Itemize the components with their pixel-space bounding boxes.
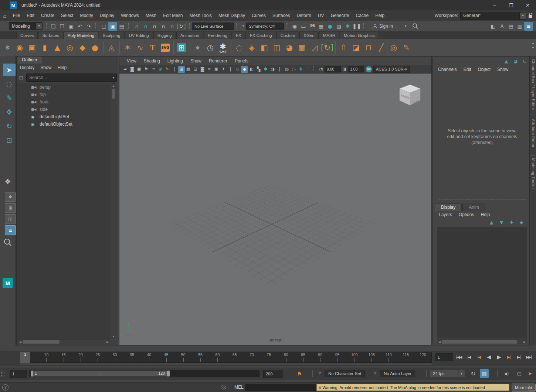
layout-single-pane-button[interactable]: ❖	[5, 192, 16, 202]
time-tick[interactable]: 70	[243, 352, 260, 362]
resize-grip-icon[interactable]	[221, 385, 226, 389]
step-back-key-button[interactable]: |◀	[474, 352, 484, 362]
scroll-right-icon[interactable]: ▶	[105, 340, 110, 344]
time-tick[interactable]: 15	[55, 352, 72, 362]
shelf-tab[interactable]: Curves	[16, 32, 38, 39]
use-default-material-icon[interactable]: ▚	[255, 66, 262, 73]
layout-two-pane-button[interactable]: ◫	[5, 214, 16, 224]
view-transform-label[interactable]: ACES 1.0 SDR-v	[373, 66, 410, 73]
shelf-scroll-arrows[interactable]: ▲▼	[532, 41, 535, 50]
minimize-button[interactable]: –	[486, 0, 503, 10]
viewport-menu-item[interactable]: Lighting	[164, 57, 187, 65]
lock-camera-icon[interactable]: ◙	[129, 66, 136, 73]
channel-box-menu-item[interactable]: Edit	[460, 64, 475, 75]
time-tick[interactable]: 115	[397, 352, 414, 362]
divider[interactable]: |	[276, 66, 283, 73]
outliner-item[interactable]: ■◀ front	[17, 98, 110, 106]
playback-loop-icon[interactable]: ↻	[469, 369, 478, 378]
sign-in-select[interactable]: Sign In ▼	[373, 24, 408, 29]
playback-range[interactable]: 1 120	[31, 371, 170, 376]
viewport-canvas[interactable]: FRONT RIGHT y persp	[119, 73, 432, 345]
channel-box-toggle-icon[interactable]: ▤	[506, 22, 515, 31]
paint-select-tool[interactable]: ✎	[3, 92, 16, 104]
snap-to-curve-icon[interactable]: ∩	[141, 22, 150, 31]
zoom-tool-icon[interactable]	[3, 238, 12, 247]
layer-menu-item[interactable]: Layers	[435, 211, 455, 219]
open-render-view-icon[interactable]: ◉	[290, 22, 299, 31]
shelf-tab[interactable]: FX Caching	[246, 32, 276, 39]
shelf-divider[interactable]	[229, 40, 233, 55]
image-plane-icon[interactable]: ▱	[150, 66, 157, 73]
occlusion-icon[interactable]: ◍	[283, 66, 290, 73]
shelf-scroll-down-icon[interactable]: ▼	[532, 46, 535, 50]
range-start-handle[interactable]	[31, 371, 33, 376]
select-object-icon[interactable]: ▣	[108, 22, 117, 31]
help-icon[interactable]: ?	[2, 384, 9, 391]
channel-box-menu-item[interactable]: Channels	[435, 64, 460, 75]
outliner-menu-item[interactable]: Help	[54, 64, 69, 72]
shelf-gear-icon[interactable]: ⚙	[2, 40, 13, 55]
grease-pencil-icon[interactable]: ✎	[164, 66, 171, 73]
channel-graph-icon[interactable]: ∟	[521, 58, 528, 65]
character-controls-toggle-icon[interactable]: ♙	[498, 22, 506, 31]
outliner-item[interactable]: ■◀ top	[17, 91, 110, 98]
time-tick[interactable]: 105	[363, 352, 380, 362]
time-sync-icon[interactable]: ◷	[515, 369, 523, 378]
menu-item[interactable]: Surfaces	[269, 10, 293, 21]
contrast-icon[interactable]: ◑	[341, 66, 348, 73]
time-tick[interactable]: 45	[157, 352, 174, 362]
hypershade-icon[interactable]: ●	[326, 22, 335, 31]
command-language-label[interactable]: MEL	[234, 382, 244, 392]
menu-item[interactable]: Deform	[293, 10, 314, 21]
camera-attributes-icon[interactable]: ▣	[136, 66, 143, 73]
time-tick[interactable]: 85	[295, 352, 312, 362]
outliner-vscrollbar[interactable]: ▲ ▼	[111, 83, 116, 339]
channel-box-menu-item[interactable]: Object	[474, 64, 494, 75]
viewport-menu-item[interactable]: Show	[187, 57, 205, 65]
poly-cylinder-icon[interactable]: ▮	[38, 40, 51, 55]
select-hierarchy-icon[interactable]: ▢	[99, 22, 108, 31]
scroll-down-icon[interactable]: ▼	[111, 334, 116, 339]
channel-hscrollbar[interactable]: ◀ ▶	[437, 340, 527, 344]
reset-transform-icon[interactable]: ✱ 0,0,0	[217, 40, 229, 55]
shelf-tab[interactable]: Motion Graphics	[340, 32, 379, 39]
viewport-menu-item[interactable]: Renderer	[205, 57, 231, 65]
layer-move-down-icon[interactable]: ▼	[498, 219, 505, 226]
layer-menu-item[interactable]: Help	[477, 211, 493, 219]
range-slider-track[interactable]: 1 120	[29, 370, 259, 377]
textured-icon[interactable]: ◐	[248, 66, 255, 73]
outliner-search-input[interactable]: Search... ▼	[26, 74, 117, 82]
go-to-start-button[interactable]: |◀◀	[454, 352, 464, 362]
extrude-icon[interactable]: ⇧	[337, 40, 350, 55]
gate-mask-icon[interactable]: ◙	[199, 66, 206, 73]
lighting-icon[interactable]: ✱	[262, 66, 269, 73]
search-commands-icon[interactable]: x	[411, 23, 419, 30]
create-locator-icon[interactable]: ⌖	[191, 40, 204, 55]
shelf-tab[interactable]: Surfaces	[38, 32, 63, 39]
shelf-divider[interactable]	[333, 40, 337, 55]
time-tick[interactable]: 110	[380, 352, 397, 362]
shelf-divider[interactable]	[101, 40, 105, 55]
workspace-select[interactable]: General* ▼	[460, 12, 526, 20]
chevron-down-icon[interactable]: ▽	[374, 372, 376, 375]
triangulate-icon[interactable]: ◿	[308, 40, 321, 55]
anti-alias-icon[interactable]: ❋	[297, 66, 304, 73]
view-cube[interactable]: FRONT RIGHT	[396, 82, 424, 112]
delete-history-icon[interactable]: ◷	[204, 40, 217, 55]
time-tick[interactable]: 80	[277, 352, 294, 362]
play-forwards-button[interactable]: ▶	[494, 352, 504, 362]
two-d-pan-zoom-icon[interactable]: ⊕	[157, 66, 164, 73]
shelf-divider[interactable]	[172, 40, 175, 55]
time-tick[interactable]: 95	[329, 352, 346, 362]
menu-item[interactable]: Select	[58, 10, 77, 21]
sculpt-tool-icon[interactable]: ◕	[283, 40, 296, 55]
divider[interactable]: |	[227, 66, 234, 73]
select-tool[interactable]: ➤	[3, 64, 16, 76]
open-scene-icon[interactable]: ❐	[58, 22, 67, 31]
shelf-divider[interactable]	[118, 40, 121, 55]
exposure-icon[interactable]: ◔	[318, 66, 325, 73]
menu-item[interactable]: Edit Mesh	[160, 10, 186, 21]
sidebar-vertical-tab[interactable]: Channel Box / Layer Editor	[530, 59, 536, 110]
outliner-item[interactable]: ■◀ side	[17, 106, 110, 113]
combine-icon[interactable]: ◧	[258, 40, 271, 55]
